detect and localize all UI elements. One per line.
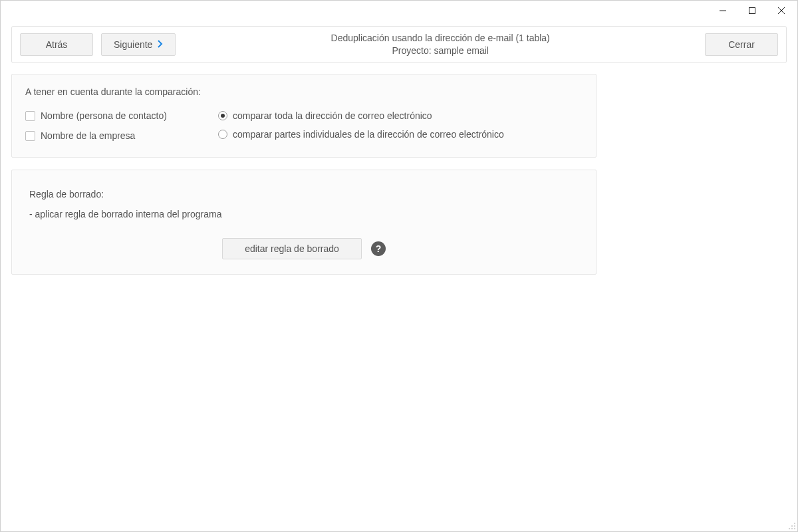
content-area: A tener en cuenta durante la comparación… xyxy=(1,63,797,297)
content-inner: A tener en cuenta durante la comparación… xyxy=(11,74,597,275)
title-line2: Proyecto: sample email xyxy=(176,45,705,57)
window-close-button[interactable] xyxy=(767,1,796,20)
svg-point-6 xyxy=(794,525,795,527)
svg-point-9 xyxy=(794,528,795,529)
delete-rule-line: - aplicar regla de borrado interna del p… xyxy=(29,209,579,219)
next-button[interactable]: Siguiente xyxy=(101,33,176,56)
comparison-options-row: Nombre (persona de contacto) Nombre de l… xyxy=(25,110,583,141)
radio-column: comparar toda la dirección de correo ele… xyxy=(218,110,504,141)
comparison-panel-title: A tener en cuenta durante la comparación… xyxy=(25,86,583,97)
edit-rule-row: editar regla de borrado ? xyxy=(29,238,579,259)
close-button[interactable]: Cerrar xyxy=(705,33,778,56)
close-button-label: Cerrar xyxy=(728,39,755,50)
radio-parts-email[interactable] xyxy=(218,130,227,139)
radio-row-full-email: comparar toda la dirección de correo ele… xyxy=(218,110,504,121)
header-right: Cerrar xyxy=(705,33,778,56)
delete-rule-title: Regla de borrado: xyxy=(29,189,579,200)
svg-point-7 xyxy=(789,528,790,529)
maximize-button[interactable] xyxy=(737,1,767,20)
checkbox-company-name-label: Nombre de la empresa xyxy=(41,130,135,141)
window-titlebar xyxy=(1,1,797,21)
back-button-label: Atrás xyxy=(46,39,68,50)
comparison-panel: A tener en cuenta durante la comparación… xyxy=(11,74,597,158)
help-icon[interactable]: ? xyxy=(371,241,386,256)
svg-point-4 xyxy=(794,523,795,524)
header-container: Atrás Siguiente Deduplicación usando la … xyxy=(1,21,797,63)
radio-parts-email-label: comparar partes individuales de la direc… xyxy=(233,129,504,140)
checkbox-row-name-contact: Nombre (persona de contacto) xyxy=(25,110,178,121)
edit-delete-rule-label: editar regla de borrado xyxy=(245,243,339,254)
edit-delete-rule-button[interactable]: editar regla de borrado xyxy=(222,238,362,259)
svg-point-5 xyxy=(791,525,793,527)
resize-grip-icon[interactable] xyxy=(787,521,796,530)
wizard-header: Atrás Siguiente Deduplicación usando la … xyxy=(11,26,787,63)
radio-full-email[interactable] xyxy=(218,111,227,120)
back-button[interactable]: Atrás xyxy=(20,33,93,56)
header-title: Deduplicación usando la dirección de e-m… xyxy=(176,32,705,57)
checkbox-name-contact-label: Nombre (persona de contacto) xyxy=(41,110,167,121)
checkbox-column: Nombre (persona de contacto) Nombre de l… xyxy=(25,110,178,141)
delete-rule-panel: Regla de borrado: - aplicar regla de bor… xyxy=(11,170,597,275)
minimize-button[interactable] xyxy=(708,1,737,20)
checkbox-name-contact[interactable] xyxy=(25,111,35,121)
checkbox-company-name[interactable] xyxy=(25,131,35,141)
header-left: Atrás Siguiente xyxy=(20,33,176,56)
help-icon-symbol: ? xyxy=(376,243,382,254)
svg-point-8 xyxy=(791,528,793,529)
title-line1: Deduplicación usando la dirección de e-m… xyxy=(176,32,705,45)
radio-row-parts-email: comparar partes individuales de la direc… xyxy=(218,129,504,140)
svg-rect-1 xyxy=(749,8,755,14)
next-button-label: Siguiente xyxy=(114,39,152,50)
chevron-right-icon xyxy=(158,39,163,50)
checkbox-row-company: Nombre de la empresa xyxy=(25,130,178,141)
app-window: Atrás Siguiente Deduplicación usando la … xyxy=(0,0,798,532)
radio-full-email-label: comparar toda la dirección de correo ele… xyxy=(233,110,432,121)
